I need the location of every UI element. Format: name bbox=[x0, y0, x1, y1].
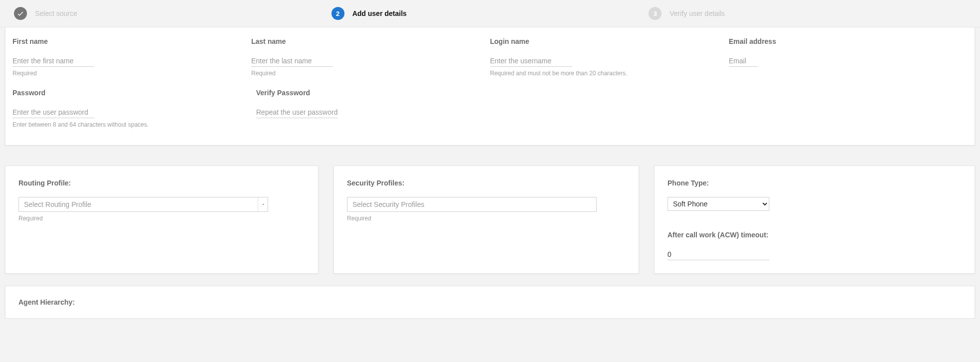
agent-hierarchy-label: Agent Hierarchy: bbox=[18, 298, 962, 306]
step-add-user-details[interactable]: 2 Add user details bbox=[331, 7, 649, 20]
agent-hierarchy-panel: Agent Hierarchy: bbox=[5, 286, 975, 319]
wizard-stepper: Select source 2 Add user details 3 Verif… bbox=[0, 0, 980, 27]
last-name-label: Last name bbox=[251, 37, 470, 45]
security-profiles-label: Security Profiles: bbox=[347, 179, 626, 187]
step-number: 3 bbox=[649, 7, 661, 20]
login-name-group: Login name Required and must not be more… bbox=[490, 37, 729, 77]
login-name-label: Login name bbox=[490, 37, 709, 45]
step-label: Add user details bbox=[352, 9, 407, 17]
acw-timeout-label: After call work (ACW) timeout: bbox=[667, 231, 962, 239]
verify-password-label: Verify Password bbox=[256, 89, 480, 97]
password-group: Password Enter between 8 and 64 characte… bbox=[12, 89, 256, 128]
security-profiles-helper: Required bbox=[347, 215, 626, 222]
security-profiles-card: Security Profiles: Select Security Profi… bbox=[333, 166, 639, 274]
phone-type-label: Phone Type: bbox=[667, 179, 962, 187]
acw-timeout-input[interactable] bbox=[667, 249, 769, 260]
password-helper: Enter between 8 and 64 characters withou… bbox=[12, 121, 236, 128]
step-label: Verify user details bbox=[669, 9, 725, 17]
security-profiles-placeholder: Select Security Profiles bbox=[352, 200, 591, 208]
step-select-source[interactable]: Select source bbox=[14, 7, 331, 20]
routing-profile-placeholder: Select Routing Profile bbox=[24, 200, 258, 208]
last-name-helper: Required bbox=[251, 70, 470, 77]
first-name-helper: Required bbox=[12, 70, 231, 77]
routing-profile-helper: Required bbox=[18, 215, 305, 222]
settings-row: Routing Profile: Select Routing Profile … bbox=[0, 166, 980, 274]
identity-panel: First name Required Last name Required L… bbox=[5, 27, 975, 146]
first-name-input[interactable] bbox=[12, 55, 94, 67]
phone-type-card: Phone Type: Soft Phone After call work (… bbox=[654, 166, 975, 274]
email-label: Email address bbox=[729, 37, 948, 45]
email-group: Email address bbox=[729, 37, 968, 77]
last-name-input[interactable] bbox=[251, 55, 333, 67]
first-name-group: First name Required bbox=[12, 37, 251, 77]
verify-password-group: Verify Password bbox=[256, 89, 500, 128]
login-name-input[interactable] bbox=[490, 55, 572, 67]
last-name-group: Last name Required bbox=[251, 37, 490, 77]
first-name-label: First name bbox=[12, 37, 231, 45]
step-label: Select source bbox=[35, 9, 77, 17]
check-icon bbox=[14, 7, 27, 20]
security-profiles-select[interactable]: Select Security Profiles bbox=[347, 197, 597, 212]
email-input[interactable] bbox=[729, 55, 758, 67]
password-input[interactable] bbox=[12, 107, 94, 118]
login-name-helper: Required and must not be more than 20 ch… bbox=[490, 70, 709, 77]
routing-profile-select[interactable]: Select Routing Profile bbox=[18, 197, 268, 212]
chevron-down-icon bbox=[258, 197, 265, 211]
step-number: 2 bbox=[331, 7, 344, 20]
verify-password-input[interactable] bbox=[256, 107, 338, 118]
phone-type-select[interactable]: Soft Phone bbox=[667, 197, 769, 211]
routing-profile-card: Routing Profile: Select Routing Profile … bbox=[5, 166, 319, 274]
step-verify-user-details[interactable]: 3 Verify user details bbox=[649, 7, 966, 20]
password-label: Password bbox=[12, 89, 236, 97]
routing-profile-label: Routing Profile: bbox=[18, 179, 305, 187]
